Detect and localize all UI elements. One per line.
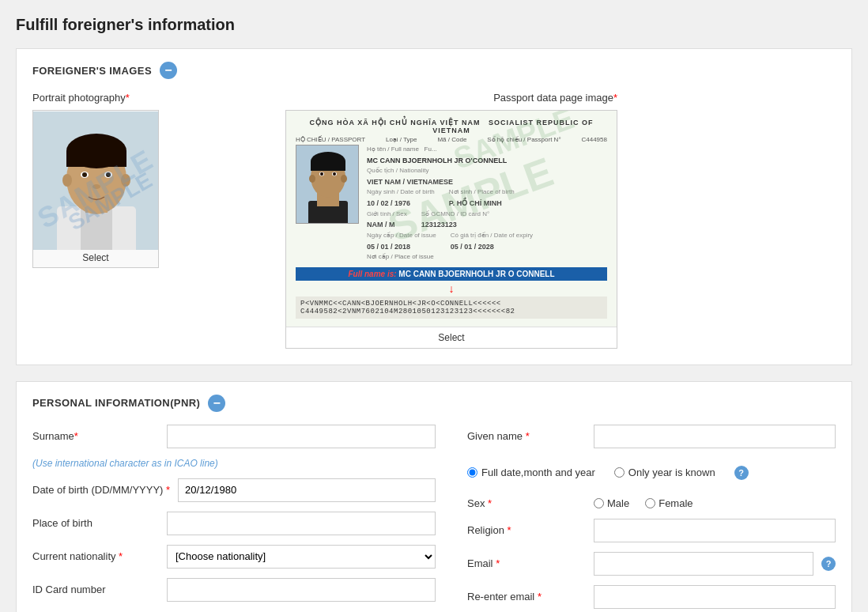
radio-full-date-label[interactable]: Full date,month and year — [467, 467, 595, 478]
sex-female-radio[interactable] — [645, 498, 655, 508]
id-card-label: ID Card number — [32, 584, 159, 595]
sex-male-text: Male — [607, 497, 629, 509]
re-email-label: Re-enter email * — [467, 591, 586, 603]
fullname-bar: Full name is: MC CANN BJOERNHOLH JR O CO… — [296, 267, 607, 281]
place-of-birth-group: Place of birth — [32, 512, 436, 535]
dob-label: Date of birth (DD/MM/YYYY) * — [32, 484, 170, 496]
personal-info-section: PERSONAL INFORMATION(PNR) − Surname* (Us… — [16, 381, 852, 612]
portrait-select-label: Select — [33, 250, 158, 267]
svg-point-26 — [333, 172, 336, 176]
email-label: Email * — [467, 557, 586, 569]
section-header-personal: PERSONAL INFORMATION(PNR) − — [32, 395, 836, 412]
given-name-label: Given name * — [467, 430, 586, 442]
passport-photo — [296, 145, 359, 224]
portrait-svg: SAMPLE — [33, 111, 158, 250]
portrait-block: Portrait photography* SAMPLE — [32, 92, 159, 268]
sex-group: Sex * Male Female — [467, 497, 836, 509]
religion-group: Religion * — [467, 519, 836, 542]
icao-note: (Use international character as in ICAO … — [32, 458, 436, 469]
id-card-group: ID Card number — [32, 578, 436, 602]
passport-label: Passport data page image* — [285, 92, 617, 104]
svg-point-22 — [341, 175, 347, 183]
email-group: Email * ? — [467, 552, 836, 576]
passport-upload-box[interactable]: SAMPLE SAMPLE CỘNG HÒA XÃ HỘI CHỦ NGHĨA … — [285, 110, 617, 349]
nationality-label: Current nationality * — [32, 550, 159, 562]
dob-help-icon[interactable]: ? — [734, 466, 749, 480]
svg-point-12 — [106, 172, 111, 177]
portrait-label: Portrait photography* — [32, 92, 130, 104]
radio-full-date[interactable] — [467, 467, 477, 478]
page-title: Fulfill foreigner's information — [16, 16, 852, 34]
svg-point-21 — [309, 175, 315, 183]
nationality-select[interactable]: [Choose nationality] — [167, 545, 436, 569]
passport-inner: Họ tên / Full name Fu... MC CANN BJOERNH… — [296, 145, 607, 263]
passport-country-title: CỘNG HÒA XÃ HỘI CHỦ NGHĨA VIỆT NAM SOCIA… — [296, 119, 607, 134]
section-title-images: FOREIGNER'S IMAGES — [32, 65, 152, 77]
re-email-input[interactable] — [594, 585, 836, 609]
radio-year-only[interactable] — [614, 467, 625, 478]
passport-content: SAMPLE SAMPLE CỘNG HÒA XÃ HỘI CHỦ NGHĨA … — [286, 111, 617, 327]
sex-label: Sex * — [467, 497, 586, 509]
section-title-personal: PERSONAL INFORMATION(PNR) — [32, 397, 200, 409]
svg-rect-6 — [66, 151, 126, 167]
sex-female-label[interactable]: Female — [645, 497, 693, 509]
section-header-images: FOREIGNER'S IMAGES − — [32, 62, 836, 79]
collapse-images-button[interactable]: − — [160, 62, 177, 79]
fullname-value: MC CANN BJOERNHOLH JR O CONNELL — [398, 270, 554, 278]
id-card-input[interactable] — [167, 578, 436, 602]
foreigners-images-section: FOREIGNER'S IMAGES − Portrait photograph… — [16, 48, 852, 365]
surname-input[interactable] — [167, 425, 436, 448]
minus-icon-personal: − — [213, 397, 221, 410]
svg-rect-20 — [311, 161, 345, 171]
mrz-arrow-icon: ↓ — [296, 282, 607, 295]
surname-group: Surname* — [32, 425, 436, 448]
passport-select-label[interactable]: Select — [286, 327, 617, 348]
portrait-person-image: SAMPLE — [33, 111, 158, 250]
religion-label: Religion * — [467, 524, 586, 536]
form-right-col: Given name * Full date,month and year On… — [467, 425, 836, 612]
images-row: Portrait photography* SAMPLE — [32, 92, 836, 349]
given-name-group: Given name * — [467, 425, 836, 448]
passport-person-svg — [296, 145, 359, 224]
dob-group: Date of birth (DD/MM/YYYY) * — [32, 478, 436, 502]
passport-fields: Họ tên / Full name Fu... MC CANN BJOERNH… — [367, 145, 533, 263]
sex-options: Male Female — [594, 497, 693, 509]
dob-input[interactable] — [178, 478, 436, 502]
sex-male-radio[interactable] — [594, 498, 604, 508]
place-of-birth-input[interactable] — [167, 512, 436, 535]
minus-icon: − — [164, 64, 172, 77]
religion-input[interactable] — [594, 519, 836, 542]
sex-female-text: Female — [659, 497, 693, 509]
portrait-upload-box[interactable]: SAMPLE — [32, 110, 159, 268]
form-left-col: Surname* (Use international character as… — [32, 425, 436, 612]
sex-male-label[interactable]: Male — [594, 497, 629, 509]
svg-point-24 — [320, 172, 323, 176]
collapse-personal-button[interactable]: − — [208, 395, 225, 412]
re-email-group: Re-enter email * — [467, 585, 836, 609]
email-input[interactable] — [594, 552, 813, 576]
email-help-icon[interactable]: ? — [821, 557, 836, 571]
surname-label: Surname* — [32, 430, 159, 442]
mrz-lines: P<VNMMC<<CANN<BJOERNHOLH<JR<O<CONNELL<<<… — [296, 297, 607, 319]
dob-radio-group: Full date,month and year Only year is kn… — [467, 458, 836, 488]
place-of-birth-label: Place of birth — [32, 517, 159, 529]
svg-point-10 — [82, 172, 87, 177]
passport-col-labels: HỘ CHIẾU / PASSPORT Loại / Type Mã / Cod… — [296, 136, 607, 143]
svg-point-13 — [92, 184, 100, 189]
given-name-input[interactable] — [594, 425, 836, 448]
personal-info-form: Surname* (Use international character as… — [32, 425, 836, 612]
passport-block: Passport data page image* SAMPLE SAMPLE … — [285, 92, 617, 349]
svg-point-7 — [62, 174, 72, 187]
nationality-group: Current nationality * [Choose nationalit… — [32, 545, 436, 569]
radio-year-only-label[interactable]: Only year is known — [614, 467, 715, 478]
